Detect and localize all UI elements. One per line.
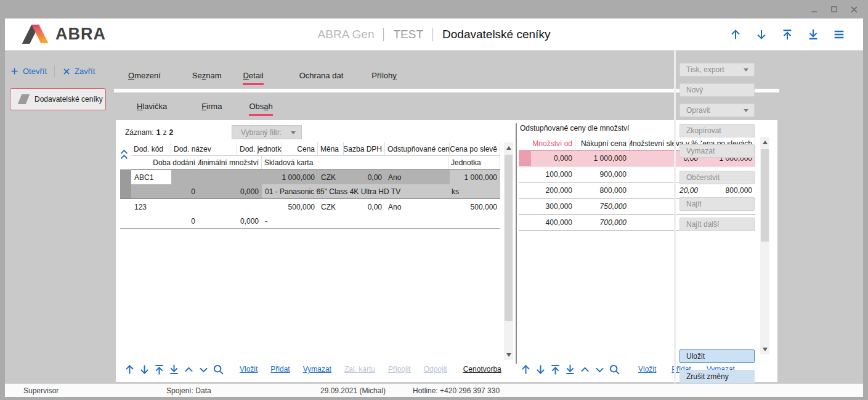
edit-button[interactable]: Opravit xyxy=(679,104,755,117)
divider xyxy=(54,65,55,77)
print-export-button[interactable]: Tisk, export xyxy=(679,63,755,76)
search-icon[interactable] xyxy=(608,363,621,376)
record-counter: Záznam: 1 z 2 xyxy=(125,125,176,140)
tab-firma[interactable]: Firma xyxy=(201,102,222,115)
dod-kod-cell[interactable]: ABC1 xyxy=(131,170,171,184)
move-last-icon[interactable] xyxy=(168,363,180,376)
column-header-dod-jednotka[interactable]: Dod. jednotka xyxy=(237,142,282,156)
maximize-icon[interactable] xyxy=(829,4,840,15)
content-area: Otevřít Zavřít Dodavatelské ceníky Omeze… xyxy=(5,51,863,383)
record-current: 1 xyxy=(156,128,161,137)
filter-dropdown[interactable]: Vybraný filtr: xyxy=(232,125,302,139)
column-header-dod-nazev[interactable]: Dod. název xyxy=(171,142,237,156)
tab-hlavicka[interactable]: Hlavička xyxy=(137,102,167,115)
find-next-button[interactable]: Najít další xyxy=(679,218,755,231)
new-button[interactable]: Nový xyxy=(679,83,755,97)
pricing-link[interactable]: Cenotvorba xyxy=(463,365,501,373)
chevron-down-icon xyxy=(744,68,748,71)
move-up-icon[interactable] xyxy=(519,363,532,376)
items-table-header-row1: Dod. kód Dod. název Dod. jednotka Cena M… xyxy=(120,142,500,156)
header-toolbar xyxy=(729,18,846,51)
scroll-down-icon[interactable] xyxy=(504,349,513,360)
tab-prilohy[interactable]: Přílohy xyxy=(371,71,396,84)
move-down-icon[interactable] xyxy=(755,28,768,41)
column-header-jednotka[interactable]: Jednotka xyxy=(448,156,500,169)
move-first-icon[interactable] xyxy=(549,363,562,376)
table-row[interactable]: 123 500,000 CZK 0,00 Ano 500,000 0 xyxy=(120,200,500,229)
chevron-down-icon xyxy=(744,109,748,112)
insert-link[interactable]: Vložit xyxy=(240,365,258,373)
column-header-mnozstvi-od[interactable]: Množství od xyxy=(531,137,575,150)
tab-detail[interactable]: Detail xyxy=(243,71,263,85)
move-up-icon[interactable] xyxy=(123,363,136,376)
move-last-icon[interactable] xyxy=(564,363,577,376)
open-button[interactable]: Otevřít xyxy=(10,67,47,76)
move-up-icon[interactable] xyxy=(729,28,742,41)
statusbar: Supervisor Spojení: Data 29.09.2021 (Mic… xyxy=(5,383,863,397)
column-header-cena[interactable]: Cena xyxy=(282,142,318,156)
breadcrumb-separator xyxy=(432,28,433,41)
column-header-dod-kod[interactable]: Dod. kód xyxy=(131,142,171,156)
column-header-nakupni-cena[interactable]: Nákupní cena xyxy=(575,137,630,150)
move-first-icon[interactable] xyxy=(153,363,166,376)
move-first-icon[interactable] xyxy=(781,28,794,41)
add-link[interactable]: Přidat xyxy=(270,365,290,373)
close-tab-button[interactable]: Zavřít xyxy=(62,67,95,76)
column-header-mena[interactable]: Měna xyxy=(318,142,344,156)
abra-logo-icon xyxy=(22,25,50,44)
sidebar-item-dodavatelske-ceniky[interactable]: Dodavatelské ceníky xyxy=(10,88,106,110)
tab-ochrana-dat[interactable]: Ochrana dat xyxy=(299,71,344,84)
app-header: ABRA ABRA Gen TEST Dodavatelské ceníky xyxy=(5,18,863,51)
tab-obsah[interactable]: Obsah xyxy=(249,102,272,116)
search-icon[interactable] xyxy=(212,363,225,376)
open-button-label: Otevřít xyxy=(23,67,47,76)
sidebar-item-label: Dodavatelské ceníky xyxy=(34,95,103,104)
items-table-header-row2: Doba dodání Minimální množství Skladová … xyxy=(120,156,500,169)
close-icon[interactable] xyxy=(848,4,859,15)
breadcrumb-separator xyxy=(384,28,384,41)
next-icon[interactable] xyxy=(593,363,606,376)
row-marker xyxy=(120,170,131,198)
save-button[interactable]: Uložit xyxy=(679,349,755,363)
tab-seznam[interactable]: Seznam xyxy=(192,71,222,84)
table-row[interactable]: ABC1 1 000,000 CZK 0,00 Ano 1 000,000 0 xyxy=(120,169,500,199)
minimize-icon[interactable] xyxy=(809,4,820,15)
move-down-icon[interactable] xyxy=(138,363,151,376)
delete-link[interactable]: Vymazat xyxy=(303,365,331,373)
find-button[interactable]: Najít xyxy=(679,197,755,211)
prev-icon[interactable] xyxy=(578,363,591,376)
column-header-doba-dodani[interactable]: Doba dodání xyxy=(131,156,198,169)
prev-icon[interactable] xyxy=(182,363,195,376)
column-header-sazba-dph[interactable]: Sazba DPH xyxy=(344,142,385,156)
insert-link[interactable]: Vložit xyxy=(638,365,656,373)
row-marker xyxy=(519,151,531,166)
status-user: Supervisor xyxy=(23,386,59,395)
scrollbar[interactable] xyxy=(504,142,513,360)
chevron-down-icon xyxy=(291,131,296,134)
delete-button[interactable]: Vymazat xyxy=(679,144,755,158)
page-title: Dodavatelské ceníky xyxy=(442,28,550,41)
close-tab-button-label: Zavřít xyxy=(75,67,95,76)
column-header-skladova-karta[interactable]: Skladová karta xyxy=(262,156,448,169)
breadcrumb: ABRA Gen TEST Dodavatelské ceníky xyxy=(318,18,551,51)
column-header-odstupnovane-ceny[interactable]: Odstupňované ceny xyxy=(385,142,450,156)
action-panel: Tisk, export Nový Opravit Zkopírovat Vym… xyxy=(670,51,863,383)
refresh-button[interactable]: Občerstvit xyxy=(679,171,755,184)
scrollbar-thumb[interactable] xyxy=(505,155,513,321)
tab-omezeni[interactable]: Omezení xyxy=(128,71,161,84)
column-header-minimalni-mnozstvi[interactable]: Minimální množství xyxy=(198,156,262,169)
detach-link: Odpojit xyxy=(424,365,447,373)
scroll-up-icon[interactable] xyxy=(504,142,513,153)
close-x-icon xyxy=(62,67,71,76)
menu-icon[interactable] xyxy=(832,28,846,41)
record-total: 2 xyxy=(169,128,173,137)
row-marker xyxy=(120,200,131,228)
move-down-icon[interactable] xyxy=(534,363,547,376)
next-icon[interactable] xyxy=(197,363,210,376)
move-last-icon[interactable] xyxy=(806,28,820,41)
logo-text: ABRA xyxy=(55,25,106,44)
copy-button[interactable]: Zkopírovat xyxy=(679,124,755,137)
column-header-cena-po-sleve[interactable]: Cena po slevě xyxy=(450,142,500,156)
cancel-changes-button[interactable]: Zrušit změny xyxy=(679,370,755,383)
sidebar: Otevřít Zavřít Dodavatelské ceníky xyxy=(5,51,114,383)
